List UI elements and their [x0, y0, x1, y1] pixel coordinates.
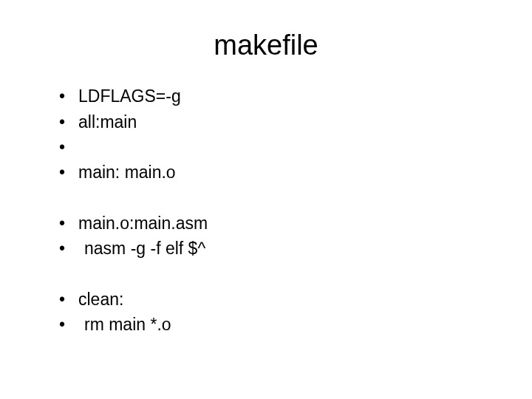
list-item: [59, 134, 495, 160]
list-item: clean:: [59, 287, 495, 313]
list-item: nasm -g -f elf $^: [59, 236, 495, 262]
blank-line: [59, 262, 495, 287]
list-item: main.o:main.asm: [59, 211, 495, 236]
slide-title: makefile: [37, 30, 495, 61]
makefile-content-list: LDFLAGS=-g all:main main: main.o main.o:…: [37, 83, 495, 338]
list-item: main: main.o: [59, 160, 495, 185]
list-item: LDFLAGS=-g: [59, 83, 495, 109]
blank-line: [59, 185, 495, 211]
list-item: rm main *.o: [59, 312, 495, 338]
list-item: all:main: [59, 109, 495, 135]
